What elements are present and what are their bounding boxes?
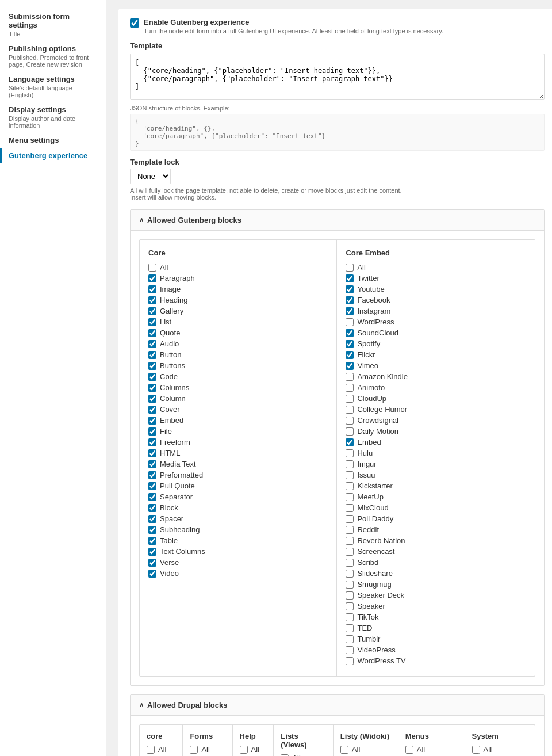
embed-checkbox-issuu[interactable] [346, 471, 354, 479]
drupal-col-system: SystemAllBreadcrumbsLanguage switcherMes… [465, 725, 535, 756]
enable-gutenberg-title: Enable Gutenberg experience [144, 18, 443, 26]
embed-checkbox-screencast[interactable] [346, 548, 354, 556]
drupal-col-lists-(views): Lists (Views)AllKto przeglądaOstatnio do… [274, 725, 334, 756]
sidebar-item-display[interactable]: Display settingsDisplay author and date … [0, 102, 106, 132]
core-checkbox-button[interactable] [148, 351, 156, 359]
embed-checkbox-mixcloud[interactable] [346, 504, 354, 512]
core-checkbox-column[interactable] [148, 395, 156, 403]
allowed-drupal-body: coreAllPage titleFormsAllSearch formUser… [131, 716, 544, 756]
enable-gutenberg-checkbox[interactable] [130, 18, 139, 28]
content-area: Enable Gutenberg experience Turn the nod… [106, 0, 552, 756]
embed-checkbox-wordpress-tv[interactable] [346, 657, 354, 665]
list-item: Subheading [148, 525, 328, 534]
list-item: Gallery [148, 307, 328, 315]
core-checkbox-pull-quote[interactable] [148, 482, 156, 490]
gutenberg-settings-card: Enable Gutenberg experience Turn the nod… [118, 9, 552, 756]
embed-checkbox-videopress[interactable] [346, 646, 354, 654]
embed-checkbox-soundcloud[interactable] [346, 329, 354, 337]
allowed-drupal-header[interactable]: ∧ Allowed Drupal blocks [131, 695, 544, 716]
embed-checkbox-meetup[interactable] [346, 493, 354, 501]
list-item: Code [148, 372, 328, 381]
core-checkbox-text-columns[interactable] [148, 548, 156, 556]
core-checkbox-all[interactable] [148, 264, 156, 272]
embed-checkbox-reddit[interactable] [346, 526, 354, 534]
embed-checkbox-ted[interactable] [346, 624, 354, 632]
sidebar: Submission form settingsTitlePublishing … [0, 0, 106, 756]
embed-checkbox-cloudup[interactable] [346, 395, 354, 403]
embed-checkbox-vimeo[interactable] [346, 362, 354, 370]
core-checkbox-html[interactable] [148, 449, 156, 457]
embed-checkbox-poll-daddy[interactable] [346, 515, 354, 523]
core-checkbox-verse[interactable] [148, 559, 156, 567]
core-checkbox-buttons[interactable] [148, 362, 156, 370]
embed-checkbox-twitter[interactable] [346, 274, 354, 282]
list-item: Speaker [346, 602, 526, 610]
sidebar-item-gutenberg[interactable]: Gutenberg experience [0, 148, 106, 163]
core-checkbox-spacer[interactable] [148, 515, 156, 523]
core-checkbox-gallery[interactable] [148, 307, 156, 315]
sidebar-item-language[interactable]: Language settingsSite's default language… [0, 71, 106, 102]
drupal-col-core: coreAllPage title [140, 725, 183, 756]
core-checkbox-file[interactable] [148, 427, 156, 436]
embed-checkbox-animoto[interactable] [346, 384, 354, 392]
embed-checkbox-hulu[interactable] [346, 449, 354, 457]
embed-checkbox-daily-motion[interactable] [346, 427, 354, 436]
core-column-title: Core [148, 249, 328, 257]
embed-checkbox-slideshare[interactable] [346, 570, 354, 578]
core-checkbox-list[interactable] [148, 318, 156, 326]
embed-checkbox-college-humor[interactable] [346, 406, 354, 414]
core-embed-column-title: Core Embed [346, 249, 526, 257]
core-checkbox-embed[interactable] [148, 417, 156, 425]
core-checkbox-media-text[interactable] [148, 460, 156, 468]
embed-checkbox-reverb-nation[interactable] [346, 537, 354, 545]
core-checkbox-audio[interactable] [148, 340, 156, 348]
embed-checkbox-scribd[interactable] [346, 559, 354, 567]
core-checkbox-paragraph[interactable] [148, 274, 156, 282]
core-checkbox-separator[interactable] [148, 493, 156, 501]
embed-checkbox-embed[interactable] [346, 438, 354, 446]
list-item: Daily Motion [346, 427, 526, 436]
sidebar-item-menu[interactable]: Menu settings [0, 132, 106, 148]
embed-checkbox-kickstarter[interactable] [346, 482, 354, 490]
allowed-gutenberg-title: Allowed Gutenberg blocks [147, 216, 241, 224]
list-item: Video [148, 569, 328, 578]
embed-checkbox-facebook[interactable] [346, 296, 354, 304]
embed-checkbox-spotify[interactable] [346, 340, 354, 348]
embed-checkbox-smugmug[interactable] [346, 581, 354, 589]
embed-checkbox-instagram[interactable] [346, 307, 354, 315]
embed-checkbox-youtube[interactable] [346, 285, 354, 293]
core-checkbox-block[interactable] [148, 504, 156, 512]
core-checkbox-columns[interactable] [148, 384, 156, 392]
embed-checkbox-tiktok[interactable] [346, 613, 354, 621]
list-item: Freeform [148, 438, 328, 446]
core-checkbox-table[interactable] [148, 537, 156, 545]
core-checkbox-image[interactable] [148, 285, 156, 293]
embed-checkbox-crowdsignal[interactable] [346, 417, 354, 425]
list-item: Quote [148, 329, 328, 337]
embed-checkbox-wordpress[interactable] [346, 318, 354, 326]
enable-gutenberg-row: Enable Gutenberg experience Turn the nod… [130, 18, 545, 35]
core-checkbox-preformatted[interactable] [148, 471, 156, 479]
template-textarea[interactable]: [ {"core/heading", {"placeholder": "Inse… [130, 54, 545, 100]
embed-checkbox-amazon-kindle[interactable] [346, 373, 354, 381]
allowed-gutenberg-header[interactable]: ∧ Allowed Gutenberg blocks [131, 210, 544, 231]
core-checkbox-code[interactable] [148, 373, 156, 381]
core-checkbox-video[interactable] [148, 570, 156, 578]
chevron-up-icon: ∧ [139, 216, 144, 224]
list-item: Embed [148, 416, 328, 425]
embed-checkbox-speaker[interactable] [346, 602, 354, 610]
sidebar-item-publishing[interactable]: Publishing optionsPublished, Promoted to… [0, 41, 106, 71]
embed-checkbox-imgur[interactable] [346, 460, 354, 468]
core-checkbox-freeform[interactable] [148, 438, 156, 446]
core-checkbox-quote[interactable] [148, 329, 156, 337]
list-item: Pull Quote [148, 482, 328, 490]
embed-checkbox-tumblr[interactable] [346, 635, 354, 643]
core-checkbox-cover[interactable] [148, 406, 156, 414]
sidebar-item-submission-form[interactable]: Submission form settingsTitle [0, 9, 106, 41]
template-lock-select[interactable]: None All Insert [130, 169, 171, 184]
embed-checkbox-all[interactable] [346, 264, 354, 272]
core-checkbox-subheading[interactable] [148, 526, 156, 534]
core-checkbox-heading[interactable] [148, 296, 156, 304]
embed-checkbox-speaker-deck[interactable] [346, 591, 354, 600]
embed-checkbox-flickr[interactable] [346, 351, 354, 359]
